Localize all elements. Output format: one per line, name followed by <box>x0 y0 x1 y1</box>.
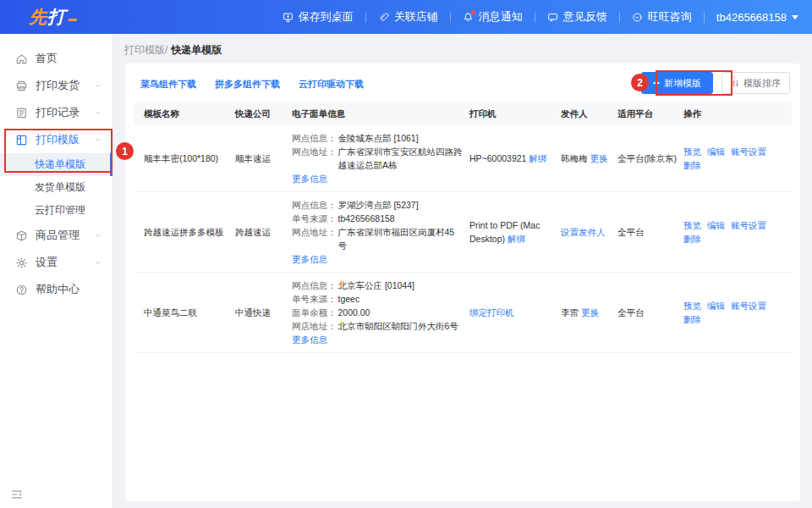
printer-name: Print to PDF (Mac Desktop) <box>469 220 540 244</box>
download-link[interactable]: 菜鸟组件下载 <box>140 79 196 89</box>
sidebar-item-label: 商品管理 <box>36 228 94 243</box>
topbar-item-bell[interactable]: 消息通知 <box>451 9 535 25</box>
waybill-value: 金陵城东点部 [1061] <box>338 131 419 145</box>
edit-link[interactable]: 编辑 <box>707 146 725 157</box>
preview-link[interactable]: 预览 <box>683 301 701 311</box>
app-logo[interactable]: 先 打 <box>29 5 76 29</box>
sidebar-item-records[interactable]: 打印记录 <box>0 99 112 126</box>
waybill-line: 网点地址：广东省深圳市福田区岗厦村45号 <box>292 225 463 252</box>
download-link[interactable]: 云打印驱动下载 <box>299 79 364 89</box>
sidebar-item-template[interactable]: 打印模版 <box>0 126 112 153</box>
printer-cell: HP~60003921 解绑 <box>469 125 561 192</box>
column-header: 发件人 <box>561 102 617 125</box>
waybill-line: 单号来源：tb4265668158 <box>292 212 463 225</box>
set-sender-link[interactable]: 设置发件人 <box>561 227 606 237</box>
sidebar-subitem-label: 云打印管理 <box>35 203 85 218</box>
topbar-item-save-desktop[interactable]: 保存到桌面 <box>271 9 365 25</box>
chevron-down-icon <box>94 108 102 117</box>
template-table: 模板名称快递公司电子面单信息打印机发件人适用平台操作 顺丰丰密(100*180)… <box>134 102 792 353</box>
sidebar-item-goods[interactable]: 商品管理 <box>0 222 112 249</box>
sidebar-collapse-icon[interactable] <box>11 489 23 500</box>
topbar-item-link-shop[interactable]: 关联店铺 <box>366 9 450 25</box>
topbar: 先 打 保存到桌面关联店铺消息通知意见反馈旺旺咨询tb4265668158 <box>0 0 812 34</box>
user-account-dropdown[interactable]: tb4265668158 <box>705 11 798 24</box>
waybill-line: 网点信息：罗湖沙湾点部 [5237] <box>292 198 463 212</box>
printer-unbind-link[interactable]: 解绑 <box>508 234 525 244</box>
waybill-info-cell: 网点信息：罗湖沙湾点部 [5237]单号来源：tb4265668158网点地址：… <box>292 192 469 273</box>
more-info-link[interactable]: 更多信息 <box>292 334 327 345</box>
column-header: 电子面单信息 <box>292 102 469 125</box>
bind-printer-link[interactable]: 绑定打印机 <box>469 307 514 318</box>
waybill-label: 网点地址： <box>292 225 337 252</box>
waybill-line: 网点地址：广东省深圳市宝安区航站四路跨越速运总部A栋 <box>292 145 463 172</box>
sidebar-item-label: 打印发货 <box>36 78 94 93</box>
platform-scope: 全平台(除京东) <box>617 153 677 163</box>
waybill-value: 罗湖沙湾点部 [5237] <box>338 198 419 212</box>
waybill-value: tb4265668158 <box>338 212 395 225</box>
sender-change-link[interactable]: 更换 <box>590 153 607 163</box>
sidebar: 首页打印发货打印记录打印模版快递单模版发货单模版云打印管理商品管理设置帮助中心 <box>0 34 113 508</box>
waybill-label: 单号来源： <box>292 212 337 225</box>
template-name: 中通菜鸟二联 <box>144 307 197 318</box>
sidebar-item-label: 首页 <box>36 51 102 66</box>
wangwang-icon <box>632 12 643 23</box>
waybill-label: 网点地址： <box>292 145 337 172</box>
records-icon <box>15 107 28 119</box>
courier-company: 中通快递 <box>235 307 271 318</box>
waybill-line: 单号来源：tgeec <box>292 292 463 306</box>
sort-template-button[interactable]: 模版排序 <box>721 72 790 94</box>
sender-cell: 李雷 更换 <box>561 273 617 353</box>
save-desktop-icon <box>283 12 294 23</box>
download-link[interactable]: 拼多多组件下载 <box>215 79 280 89</box>
account-settings-link[interactable]: 账号设置 <box>731 146 766 157</box>
preview-link[interactable]: 预览 <box>683 220 701 230</box>
edit-link[interactable]: 编辑 <box>707 301 725 311</box>
waybill-label: 单号来源： <box>292 292 337 306</box>
account-settings-link[interactable]: 账号设置 <box>731 301 766 311</box>
more-info-link[interactable]: 更多信息 <box>292 254 327 264</box>
template-name: 顺丰丰密(100*180) <box>144 153 218 163</box>
topbar-menu: 保存到桌面关联店铺消息通知意见反馈旺旺咨询tb4265668158 <box>271 9 798 25</box>
sidebar-item-label: 设置 <box>36 255 94 270</box>
bell-icon <box>463 12 474 23</box>
sidebar-subitem-label: 快递单模版 <box>35 157 85 172</box>
main-content: 打印模版/ 快递单模版 菜鸟组件下载拼多多组件下载云打印驱动下载 + 新增模版 <box>113 34 812 508</box>
sidebar-item-home[interactable]: 首页 <box>0 45 112 72</box>
preview-link[interactable]: 预览 <box>683 146 701 157</box>
more-info-link[interactable]: 更多信息 <box>292 174 327 184</box>
template-icon <box>15 134 28 146</box>
sidebar-item-label: 打印模版 <box>36 132 94 147</box>
annotation-badge-step2: 2 <box>631 74 649 91</box>
chevron-down-icon <box>94 231 102 240</box>
annotation-badge-step1: 1 <box>116 142 134 160</box>
sender-change-link[interactable]: 更换 <box>581 307 599 318</box>
sidebar-item-help[interactable]: 帮助中心 <box>0 276 112 303</box>
sidebar-subitem[interactable]: 快递单模版 <box>0 153 112 176</box>
add-template-button[interactable]: + 新增模版 <box>641 72 713 94</box>
edit-link[interactable]: 编辑 <box>707 220 725 230</box>
topbar-item-feedback[interactable]: 意见反馈 <box>535 9 619 25</box>
sender-cell: 设置发件人 <box>561 192 617 273</box>
delete-link[interactable]: 删除 <box>683 314 701 324</box>
topbar-item-label: 消息通知 <box>479 9 523 25</box>
sender-name: 韩梅梅 <box>561 153 588 163</box>
plus-icon: + <box>653 77 660 89</box>
caret-down-icon <box>792 15 798 19</box>
topbar-item-wangwang[interactable]: 旺旺咨询 <box>620 9 704 25</box>
sidebar-item-gear[interactable]: 设置 <box>0 249 112 276</box>
sidebar-subitem[interactable]: 云打印管理 <box>0 199 112 222</box>
account-settings-link[interactable]: 账号设置 <box>731 220 766 230</box>
printer-unbind-link[interactable]: 解绑 <box>529 153 546 163</box>
waybill-value: 2000.00 <box>338 306 370 319</box>
waybill-line: 网点信息：金陵城东点部 [1061] <box>292 131 463 145</box>
chevron-up-icon <box>94 135 102 144</box>
sidebar-item-printer[interactable]: 打印发货 <box>0 72 112 99</box>
breadcrumb-parent[interactable]: 打印模版/ <box>124 43 167 58</box>
topbar-item-label: 旺旺咨询 <box>648 9 692 25</box>
delete-link[interactable]: 删除 <box>683 160 701 170</box>
sidebar-subitem[interactable]: 发货单模版 <box>0 176 112 199</box>
actions-cell: 预览编辑账号设置删除 <box>683 125 792 192</box>
sender-name: 李雷 <box>561 307 579 318</box>
delete-link[interactable]: 删除 <box>683 234 701 244</box>
topbar-item-label: 关联店铺 <box>394 9 438 25</box>
